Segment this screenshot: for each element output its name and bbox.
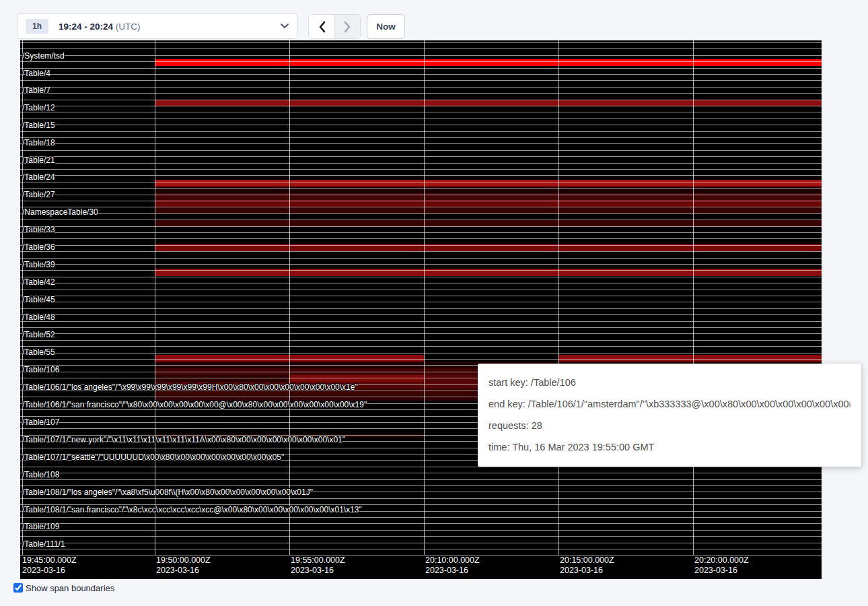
span-row-label: /Table/111/1	[22, 539, 65, 549]
span-row-label: /Table/45	[22, 295, 55, 304]
span-row-label: /Table/15	[22, 121, 55, 130]
time-nav-group	[308, 14, 361, 39]
span-row-label: /Table/55	[22, 347, 55, 357]
span-row-label: /Table/107/1/"seattle"/"UUUUUUD\x00\x80\…	[22, 452, 284, 462]
heat-band-segment[interactable]	[155, 375, 289, 382]
span-row-label: /Table/106	[22, 365, 59, 374]
tooltip-line: requests: 28	[489, 419, 851, 432]
key-visualizer-page: 1h 19:24 - 20:24 (UTC) Now /System/tsd/T…	[0, 0, 868, 606]
time-range-value: 19:24 - 20:24	[59, 22, 113, 32]
show-span-boundaries-label: Show span boundaries	[26, 583, 114, 593]
time-prev-button[interactable]	[309, 15, 334, 38]
x-axis-tick: 20:15:00.000Z2023-03-16	[560, 556, 614, 576]
grid-vline	[424, 40, 425, 555]
heat-band-segment[interactable]	[155, 59, 822, 66]
span-row-label: /Table/33	[22, 225, 55, 234]
span-row-label: /Table/106/1/"san francisco"/"\x80\x00\x…	[22, 400, 367, 409]
span-row-label: /Table/12	[22, 103, 55, 112]
span-row-label: /Table/108/1/"san francisco"/"\x8c\xcc\x…	[22, 505, 362, 514]
now-button[interactable]: Now	[367, 14, 405, 39]
time-range-duration-badge: 1h	[26, 19, 48, 34]
heat-band-segment[interactable]	[155, 269, 822, 276]
key-visualizer-canvas[interactable]: /System/tsd/Table/4/Table/7/Table/12/Tab…	[20, 40, 822, 579]
x-axis-tick: 19:45:00.000Z2023-03-16	[22, 556, 77, 576]
span-row-label: /Table/4	[22, 69, 50, 78]
span-row-label: /Table/48	[22, 312, 55, 322]
span-row-label: /Table/106/1/"los angeles"/"\x99\x99\x99…	[22, 382, 358, 392]
span-row-label: /NamespaceTable/30	[22, 207, 98, 217]
heat-band-segment[interactable]	[155, 187, 822, 193]
span-row-label: /Table/108/1/"los angeles"/"\xa8\xf5\u00…	[22, 487, 313, 497]
heat-band-segment[interactable]	[558, 355, 822, 362]
chevron-right-icon	[344, 21, 351, 33]
span-row-label: /System/tsd	[22, 51, 65, 61]
heat-band-segment[interactable]	[155, 100, 822, 106]
heat-band-segment[interactable]	[155, 200, 822, 207]
show-span-boundaries-control[interactable]: Show span boundaries	[13, 583, 114, 593]
span-row-label: /Table/42	[22, 277, 55, 287]
span-row-label: /Table/107/1/"new york"/"\x11\x11\x11\x1…	[22, 435, 345, 444]
time-range-selector[interactable]: 1h 19:24 - 20:24 (UTC)	[17, 13, 297, 39]
x-axis-tick: 19:55:00.000Z2023-03-16	[291, 556, 345, 576]
grid-vline	[289, 40, 290, 555]
span-row-label: /Table/108	[22, 470, 59, 479]
time-range-label: 19:24 - 20:24 (UTC)	[59, 22, 141, 32]
heat-band-segment[interactable]	[155, 207, 822, 213]
chevron-down-icon	[281, 24, 289, 29]
span-row-label: /Table/7	[22, 86, 50, 95]
grid-vline	[693, 40, 694, 555]
time-next-button[interactable]	[334, 15, 360, 38]
grid-vline	[558, 40, 559, 555]
span-row-label: /Table/39	[22, 260, 55, 269]
grid-vline	[155, 40, 155, 555]
show-span-boundaries-checkbox[interactable]	[13, 583, 23, 593]
span-row-label: /Table/36	[22, 242, 55, 252]
heat-band-segment[interactable]	[155, 220, 822, 227]
span-tooltip: start key: /Table/106end key: /Table/106…	[478, 364, 861, 467]
span-row-label: /Table/18	[22, 138, 55, 147]
tooltip-line: time: Thu, 16 Mar 2023 19:55:00 GMT	[489, 441, 851, 454]
tooltip-line: end key: /Table/106/1/"amsterdam"/"\xb33…	[489, 398, 851, 411]
span-row-label: /Table/21	[22, 156, 55, 165]
span-row-label: /Table/52	[22, 330, 55, 339]
heat-band-segment[interactable]	[155, 180, 822, 187]
horizontal-gridlines	[20, 42, 822, 556]
time-range-timezone: (UTC)	[116, 22, 141, 32]
x-axis-tick: 19:50:00.000Z2023-03-16	[156, 556, 211, 576]
span-row-label: /Table/109	[22, 522, 59, 531]
x-axis-tick: 20:10:00.000Z2023-03-16	[425, 556, 480, 576]
span-row-label: /Table/27	[22, 190, 55, 199]
heat-band-segment[interactable]	[155, 244, 822, 251]
span-row-label: /Table/24	[22, 172, 55, 182]
x-axis-tick: 20:20:00.000Z2023-03-16	[694, 556, 749, 576]
heat-band-segment[interactable]	[289, 375, 424, 382]
heat-band-segment[interactable]	[155, 193, 822, 200]
span-row-label: /Table/107	[22, 417, 59, 427]
tooltip-line: start key: /Table/106	[489, 376, 851, 389]
chevron-left-icon	[318, 21, 326, 33]
